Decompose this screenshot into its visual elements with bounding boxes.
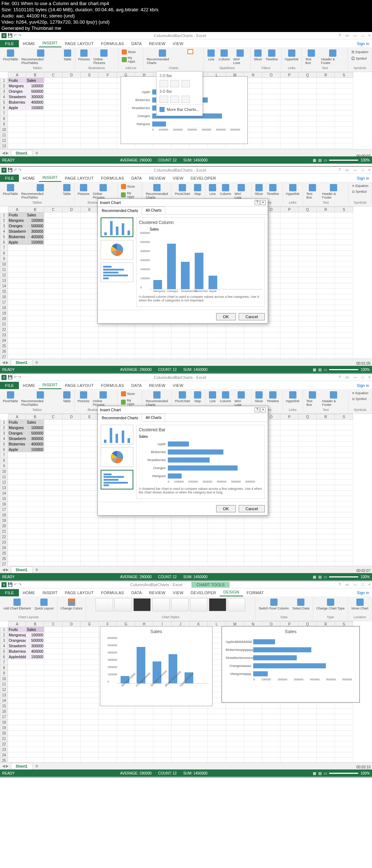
dialog-help-icon[interactable]: ? xyxy=(255,407,260,412)
timeline-button[interactable]: Timeline xyxy=(264,49,279,61)
chart-type-heading: Clustered Column xyxy=(139,220,262,225)
pagebreak-view-icon[interactable]: ▭ xyxy=(324,158,327,162)
thumb-clustered-column[interactable] xyxy=(101,425,133,444)
tab-data[interactable]: DATA xyxy=(128,40,145,47)
chart-description: A clustered column chart is used to comp… xyxy=(139,293,262,304)
cancel-button[interactable]: Cancel xyxy=(239,505,265,512)
save-icon[interactable]: 💾 xyxy=(8,33,13,38)
chart-styles-gallery[interactable] xyxy=(96,598,245,615)
thumbnail-panel-1: X💾↶↷ ColumnAndBarCharts - Excel ?▭—□× FI… xyxy=(0,32,372,167)
tab-formulas[interactable]: FORMULAS xyxy=(97,40,128,47)
move-chart-button[interactable]: Move Chart xyxy=(350,598,369,611)
normal-view-icon[interactable]: ▦ xyxy=(313,158,316,162)
sales-column-chart[interactable]: Sales 6000005000004000003000002000001000… xyxy=(100,626,213,706)
thumb-bar[interactable] xyxy=(101,470,133,489)
rec-pivot-button[interactable]: Recommended PivotTables xyxy=(20,49,61,65)
tab-view[interactable]: VIEW xyxy=(169,40,187,47)
symbol-button[interactable]: ΩSymbol xyxy=(350,56,368,61)
undo-icon[interactable]: ↶ xyxy=(14,168,17,172)
thumb-pie[interactable] xyxy=(101,240,133,260)
pagelayout-view-icon[interactable]: ▤ xyxy=(318,158,322,162)
minimize-icon[interactable]: — xyxy=(353,33,357,38)
tab-review[interactable]: REVIEW xyxy=(145,40,169,47)
change-colors-button[interactable]: Change Colors xyxy=(60,598,84,611)
bar-3d-100stacked[interactable] xyxy=(181,96,190,103)
pictures-button[interactable]: Pictures xyxy=(77,49,91,61)
select-data-button[interactable]: Select Data xyxy=(291,598,311,611)
cancel-button[interactable]: Cancel xyxy=(239,313,265,320)
chart-line-icon[interactable] xyxy=(195,49,201,54)
zoom-slider[interactable] xyxy=(329,160,358,161)
tab-file[interactable]: FILE xyxy=(0,40,19,47)
textbox-button[interactable]: Text Box xyxy=(304,49,318,65)
table-button[interactable]: Table xyxy=(62,49,73,61)
chart-area-icon[interactable] xyxy=(187,55,193,60)
bar-2d-stacked[interactable] xyxy=(170,80,179,87)
slicer-button[interactable]: Slicer xyxy=(253,49,263,61)
maximize-icon[interactable]: □ xyxy=(361,33,364,38)
sales-bar-chart-selected[interactable]: Sales AppleddddddddddBluberriesqqqqqqqqS… xyxy=(222,626,360,703)
ribbon-display-icon[interactable]: ▭ xyxy=(345,33,349,38)
change-chart-type-button[interactable]: Change Chart Type xyxy=(315,598,346,611)
redo-icon[interactable]: ↷ xyxy=(18,168,21,172)
chart-bar-icon[interactable] xyxy=(187,49,193,54)
dialog-help-icon[interactable]: ? xyxy=(255,200,260,205)
thumb-pie[interactable] xyxy=(101,447,133,467)
spark-winloss-button[interactable]: Win/ Loss xyxy=(232,49,248,65)
tab-design[interactable]: DESIGN xyxy=(220,588,243,596)
sheet-tabs: ◀▶ Sheet1 ⊕ xyxy=(0,149,372,156)
store-button[interactable]: Store xyxy=(121,49,137,55)
chart-pie-icon[interactable] xyxy=(180,55,186,60)
recommended-charts-tab[interactable]: Recommended Charts xyxy=(98,207,142,215)
tab-format[interactable]: FORMAT xyxy=(243,589,267,596)
sign-in-link[interactable]: Sign in xyxy=(354,40,372,47)
quick-layout-button[interactable]: Quick Layout xyxy=(33,598,55,611)
rec-charts-button[interactable]: Recommended Charts xyxy=(146,49,179,65)
video-metadata-header: File: 001 When to use a Column and Bar c… xyxy=(0,0,372,32)
header-button[interactable]: Header & Footer xyxy=(320,49,345,65)
tab-insert[interactable]: INSERT xyxy=(39,39,61,47)
title-bar: X💾↶↷ ColumnAndBarCharts - Excel ?▭—□× xyxy=(0,32,372,39)
chart-scatter-icon[interactable] xyxy=(195,55,201,60)
all-charts-tab[interactable]: All Charts xyxy=(142,207,165,214)
redo-icon[interactable]: ↷ xyxy=(18,33,21,38)
insert-chart-dialog: Insert Chart?× Recommended ChartsAll Cha… xyxy=(97,406,268,516)
help-icon[interactable]: ? xyxy=(339,33,341,38)
hyperlink-button[interactable]: Hyperlink xyxy=(284,49,300,61)
undo-icon[interactable]: ↶ xyxy=(14,33,17,38)
add-chart-element-button[interactable]: Add Chart Element xyxy=(2,598,32,611)
tab-home[interactable]: HOME xyxy=(19,40,39,47)
dialog-close-icon[interactable]: × xyxy=(260,200,266,205)
thumbnail-panel-3: X💾↶↷ColumnAndBarCharts - Excel?▭—□× FILE… xyxy=(0,374,372,581)
pivottable-button[interactable]: PivotTable xyxy=(2,49,19,61)
ok-button[interactable]: OK xyxy=(216,313,236,320)
spark-line-button[interactable]: Line xyxy=(206,49,216,61)
online-pics-button[interactable]: Online Pictures xyxy=(92,49,116,65)
status-bar: READY AVERAGE: 290000COUNT: 12SUM: 14500… xyxy=(0,156,372,164)
close-icon[interactable]: × xyxy=(368,33,371,38)
ok-button[interactable]: OK xyxy=(216,505,236,512)
myapps-button[interactable]: My Apps xyxy=(121,56,141,64)
dialog-close-icon[interactable]: × xyxy=(260,407,266,412)
thumbnail-timestamp: 00:00:02 xyxy=(356,154,371,158)
sheet-tab-sheet1[interactable]: Sheet1 xyxy=(11,150,32,156)
thumb-bar[interactable] xyxy=(101,263,133,282)
sheet-prev-icon[interactable]: ◀ xyxy=(2,151,5,155)
chart-column-icon[interactable] xyxy=(180,49,186,54)
more-bar-charts-link[interactable]: More Bar Charts... xyxy=(157,104,202,114)
thumb-clustered-column[interactable] xyxy=(101,217,133,237)
spark-column-button[interactable]: Column xyxy=(218,49,231,61)
bar-3d-stacked[interactable] xyxy=(170,96,179,103)
equation-button[interactable]: πEquation xyxy=(350,49,369,55)
sheet-next-icon[interactable]: ▶ xyxy=(6,151,9,155)
tab-file[interactable]: FILE xyxy=(0,175,19,182)
add-sheet-button[interactable]: ⊕ xyxy=(32,151,41,155)
bar-3d-clustered[interactable] xyxy=(159,96,168,103)
tab-pagelayout[interactable]: PAGE LAYOUT xyxy=(61,40,97,47)
excel-icon: X xyxy=(1,33,7,38)
bar-2d-clustered[interactable] xyxy=(159,80,168,87)
switch-row-col-button[interactable]: Switch Row/ Column xyxy=(258,598,290,611)
bar-2d-100stacked[interactable] xyxy=(181,80,190,87)
thumbnail-panel-4: X💾↶↷ColumnAndBarCharts - Excel CHART TOO… xyxy=(0,581,372,777)
save-icon[interactable]: 💾 xyxy=(8,168,13,172)
